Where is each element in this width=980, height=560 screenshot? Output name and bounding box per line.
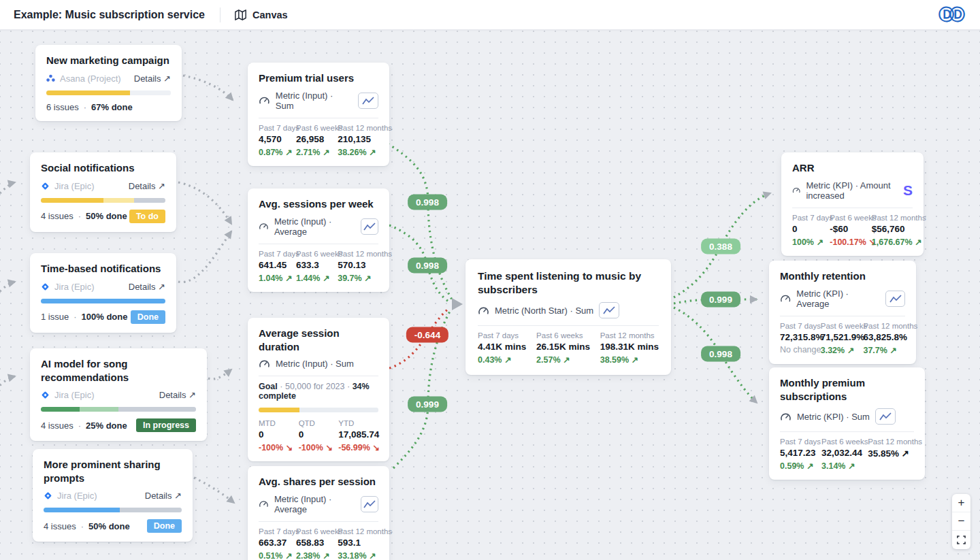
stat-delta: 2.57% ↗ xyxy=(536,355,590,365)
app-logo[interactable]: ⒹⒹ xyxy=(938,7,965,22)
stat-delta: 38.59% ↗ xyxy=(600,355,659,365)
done-percent: 50% done xyxy=(86,211,127,221)
sparkline-chart-button[interactable] xyxy=(361,218,379,235)
card-title: ARR xyxy=(792,161,913,175)
asana-icon xyxy=(46,74,55,82)
project-card-sharing-prompts[interactable]: More prominent sharing prompts Jira (Epi… xyxy=(33,449,193,542)
zoom-out-button[interactable]: − xyxy=(952,512,970,531)
stat-delta: 1,676.67% ↗ xyxy=(872,237,913,247)
details-link[interactable]: Details ↗ xyxy=(129,181,165,191)
sparkline-chart-button[interactable] xyxy=(599,302,619,318)
metric-meta: Metric (KPI) · Average xyxy=(796,289,880,309)
details-link[interactable]: Details ↗ xyxy=(159,390,196,400)
stat-delta: 0.51% ↗ xyxy=(259,550,289,560)
card-title: AI model for song recommendations xyxy=(41,357,196,384)
issues-count: 1 issue xyxy=(41,312,69,322)
metric-meta: Metric (Input) · Sum xyxy=(276,359,354,369)
stat-label: Past 12 months xyxy=(338,124,378,132)
stat-delta: 2.38% ↗ xyxy=(296,550,331,560)
done-percent: 50% done xyxy=(88,521,130,531)
zoom-in-button[interactable]: + xyxy=(952,494,970,512)
details-link[interactable]: Details ↗ xyxy=(134,73,171,84)
metric-card-arr[interactable]: ARR Metric (KPI) · Amount increased S Pa… xyxy=(781,152,924,256)
status-badge: Done xyxy=(147,519,182,533)
zoom-panel: + − xyxy=(952,494,970,549)
source-label: Jira (Epic) xyxy=(57,491,97,501)
stat-label: Past 6 weeks xyxy=(296,124,331,132)
fit-view-icon xyxy=(957,536,966,544)
metric-card-premium-trial-users[interactable]: Premium trial users Metric (Input) · Sum… xyxy=(248,63,389,166)
stat-label: MTD xyxy=(259,419,292,427)
gauge-icon xyxy=(259,95,270,105)
stat-value: 5,417.23 xyxy=(780,448,815,458)
jira-icon xyxy=(44,491,52,500)
stat-value: 0 xyxy=(259,429,292,440)
metric-card-monthly-retention[interactable]: Monthly retention Metric (KPI) · Average… xyxy=(769,261,916,364)
metric-card-avg-sessions-per-week[interactable]: Avg. sessions per week Metric (Input) · … xyxy=(248,188,389,292)
fit-view-button[interactable] xyxy=(952,531,970,549)
card-title: Avg. shares per session xyxy=(259,475,378,489)
stat-value: 17,085.74 xyxy=(338,429,378,440)
stat-value: 72,315.8% xyxy=(780,332,814,342)
correlation-badge[interactable]: 0.999 xyxy=(408,397,447,412)
correlation-badge[interactable]: 0.388 xyxy=(701,239,740,254)
sparkline-chart-button[interactable] xyxy=(875,408,896,425)
stat-delta: 0.43% ↗ xyxy=(478,355,526,365)
metric-card-average-session-duration[interactable]: Average session duration Metric (Input) … xyxy=(248,318,389,461)
stat-value: 633.3 xyxy=(296,260,331,270)
stat-delta: 3.32% ↗ xyxy=(821,345,857,355)
stat-value: 570.13 xyxy=(338,260,378,270)
sparkline-chart-button[interactable] xyxy=(885,291,905,307)
metric-card-time-spent-listening[interactable]: Time spent listening to music by subscri… xyxy=(466,259,671,375)
stat-value: 4,570 xyxy=(259,134,289,144)
stat-value: 71,521.9% xyxy=(821,332,857,342)
correlation-badge[interactable]: 0.998 xyxy=(408,195,447,210)
canvas[interactable]: 0.998 0.998 -0.644 0.999 0.388 0.999 0.9… xyxy=(0,0,980,560)
sparkline-chart-button[interactable] xyxy=(361,496,379,512)
status-badge: Done xyxy=(131,310,165,324)
edge-offscreen-aimodel xyxy=(0,376,15,389)
card-title: Monthly retention xyxy=(780,269,905,283)
project-card-new-marketing-campaign[interactable]: New marketing campaign Asana (Project) D… xyxy=(35,45,182,121)
gauge-icon xyxy=(259,221,269,231)
gauge-icon xyxy=(478,306,489,316)
project-card-social-notifications[interactable]: Social notifications Jira (Epic) Details… xyxy=(30,152,176,232)
nav-canvas[interactable]: Canvas xyxy=(234,9,288,21)
edge-offscreen-timebased xyxy=(0,282,15,295)
stripe-icon: S xyxy=(903,183,913,197)
stat-delta: 0.87% ↗ xyxy=(259,147,289,157)
card-title: Avg. sessions per week xyxy=(259,197,378,211)
stat-value: 4.41K mins xyxy=(478,342,526,352)
stat-delta: 100% ↗ xyxy=(792,237,823,247)
stat-delta: -100% ↘ xyxy=(259,442,292,452)
details-link[interactable]: Details ↗ xyxy=(145,491,182,501)
status-badge: In progress xyxy=(136,418,196,432)
stat-label: Past 7 days xyxy=(259,527,289,536)
correlation-badge[interactable]: -0.644 xyxy=(406,327,448,343)
metric-card-monthly-premium-subscriptions[interactable]: Monthly premium subscriptions Metric (KP… xyxy=(769,367,925,480)
project-card-ai-model[interactable]: AI model for song recommendations Jira (… xyxy=(30,348,207,441)
correlation-badge[interactable]: 0.998 xyxy=(408,258,447,274)
stat-label: Past 7 days xyxy=(259,250,289,258)
correlation-badge[interactable]: 0.999 xyxy=(701,292,740,308)
stat-label: Past 6 weeks xyxy=(536,331,590,340)
progress-bar xyxy=(41,198,165,203)
metric-meta: Metric (KPI) · Amount increased xyxy=(806,180,898,201)
stat-value: 35.85% ↗ xyxy=(868,448,914,459)
app-logo-glyph: ⒹⒹ xyxy=(938,7,965,22)
source-label: Asana (Project) xyxy=(60,73,121,84)
card-title: Time spent listening to music by subscri… xyxy=(478,269,648,297)
sparkline-chart-button[interactable] xyxy=(358,93,378,109)
stat-label: Past 12 months xyxy=(868,438,914,446)
project-card-time-based-notifications[interactable]: Time-based notifications Jira (Epic) Det… xyxy=(30,253,176,333)
details-link[interactable]: Details ↗ xyxy=(129,282,165,292)
card-title: New marketing campaign xyxy=(46,54,171,67)
issues-count: 4 issues xyxy=(44,521,76,531)
page-title: Example: Music subscription service xyxy=(14,9,205,21)
nav-canvas-label: Canvas xyxy=(252,10,288,20)
edge-social-sessions xyxy=(178,182,231,224)
correlation-badge[interactable]: 0.998 xyxy=(701,346,740,362)
issues-count: 4 issues xyxy=(41,421,74,431)
issues-count: 6 issues xyxy=(46,102,79,112)
metric-card-avg-shares-per-session[interactable]: Avg. shares per session Metric (Input) ·… xyxy=(248,466,389,560)
